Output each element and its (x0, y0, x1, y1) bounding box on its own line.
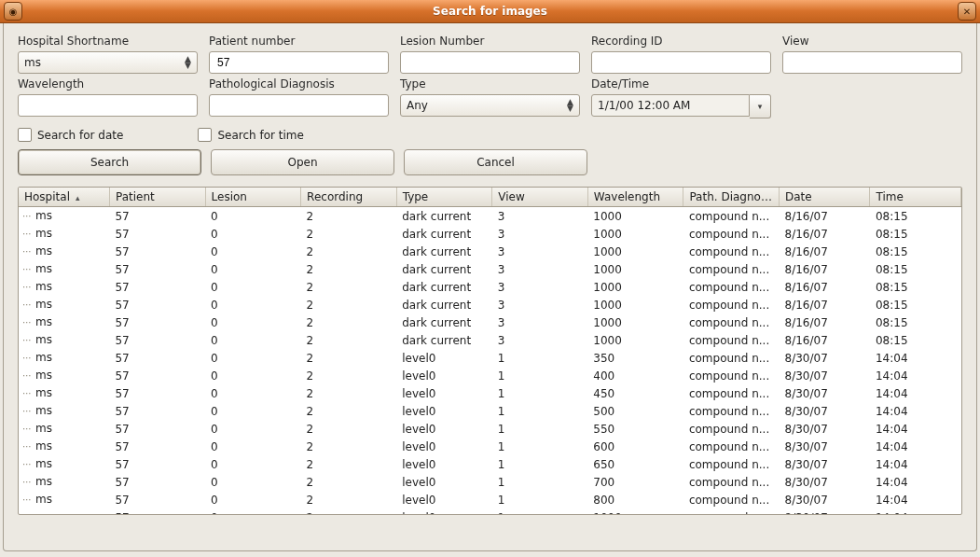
type-value: Any (407, 99, 428, 112)
cell-patient: 57 (109, 420, 205, 438)
search-button[interactable]: Search (18, 149, 201, 175)
results-header-row: Hospital▴PatientLesionRecordingTypeViewW… (19, 188, 961, 207)
cell-wavelength: 1000 (587, 243, 683, 260)
table-row[interactable]: ⋯ms5702dark current31000compound n...8/1… (19, 207, 961, 226)
cell-wavelength: 350 (587, 349, 683, 367)
column-header-lesion[interactable]: Lesion (205, 188, 301, 207)
results-scroll[interactable]: Hospital▴PatientLesionRecordingTypeViewW… (19, 188, 961, 514)
cancel-button[interactable]: Cancel (404, 149, 587, 175)
table-row[interactable]: ⋯ms5702level01700compound n...8/30/0714:… (19, 473, 961, 491)
label-pathological-diagnosis: Pathological Diagnosis (209, 77, 389, 91)
cell-view: 1 (492, 402, 588, 420)
datetime-input[interactable]: 1/1/00 12:00 AM (591, 94, 750, 117)
wavelength-input[interactable] (18, 94, 198, 117)
cell-time: 14:04 (870, 367, 961, 384)
cell-type: level0 (396, 402, 492, 420)
table-row[interactable]: ⋯ms5702level011000compound n...8/30/0714… (19, 508, 961, 514)
column-header-time[interactable]: Time (870, 188, 961, 207)
cell-date: 8/16/07 (780, 243, 870, 260)
label-wavelength: Wavelength (18, 77, 198, 91)
tree-node-icon: ⋯ (22, 388, 32, 398)
field-wavelength: Wavelength (18, 77, 198, 118)
table-row[interactable]: ⋯ms5702level01400compound n...8/30/0714:… (19, 367, 961, 384)
datetime-picker-button[interactable]: ▾ (750, 94, 771, 118)
cell-view: 1 (492, 384, 588, 402)
column-header-wavelength[interactable]: Wavelength (587, 188, 683, 207)
table-row[interactable]: ⋯ms5702level01500compound n...8/30/0714:… (19, 402, 961, 420)
table-row[interactable]: ⋯ms5702level01550compound n...8/30/0714:… (19, 420, 961, 438)
search-for-date-checkbox[interactable]: Search for date (18, 128, 123, 142)
open-button[interactable]: Open (211, 149, 394, 175)
hospital-shortname-combo[interactable]: ms ▲▼ (18, 51, 198, 74)
lesion-number-input[interactable] (400, 51, 580, 74)
cell-view: 1 (492, 438, 588, 455)
cell-wavelength: 700 (587, 473, 683, 491)
cell-recording: 2 (301, 278, 397, 296)
cell-time: 08:15 (870, 296, 961, 313)
table-row[interactable]: ⋯ms5702dark current31000compound n...8/1… (19, 225, 961, 243)
patient-number-input[interactable] (209, 51, 389, 74)
column-header-date[interactable]: Date (780, 188, 870, 207)
table-row[interactable]: ⋯ms5702dark current31000compound n...8/1… (19, 260, 961, 278)
wavelength-value[interactable] (24, 98, 191, 113)
table-row[interactable]: ⋯ms5702level01450compound n...8/30/0714:… (19, 384, 961, 402)
view-input[interactable] (782, 51, 962, 74)
cell-wavelength: 800 (587, 491, 683, 508)
cell-lesion: 0 (205, 296, 301, 313)
view-value[interactable] (789, 55, 956, 70)
cell-lesion: 0 (205, 455, 301, 473)
table-row[interactable]: ⋯ms5702dark current31000compound n...8/1… (19, 296, 961, 313)
cell-lesion: 0 (205, 313, 301, 331)
pathological-diagnosis-value[interactable] (215, 98, 382, 113)
table-row[interactable]: ⋯ms5702level01800compound n...8/30/0714:… (19, 491, 961, 508)
table-row[interactable]: ⋯ms5702dark current31000compound n...8/1… (19, 243, 961, 260)
cell-view: 3 (492, 225, 588, 243)
cell-wavelength: 1000 (587, 331, 683, 349)
cell-recording: 2 (301, 491, 397, 508)
table-row[interactable]: ⋯ms5702dark current31000compound n...8/1… (19, 313, 961, 331)
cell-time: 14:04 (870, 384, 961, 402)
recording-id-value[interactable] (598, 55, 765, 70)
column-header-pathdiag[interactable]: Path. Diagnosis (683, 188, 780, 207)
chevron-down-icon: ▾ (758, 102, 763, 111)
window-menu-button[interactable]: ◉ (4, 2, 22, 21)
table-row[interactable]: ⋯ms5702dark current31000compound n...8/1… (19, 278, 961, 296)
column-header-view[interactable]: View (492, 188, 588, 207)
column-header-recording[interactable]: Recording (301, 188, 397, 207)
cell-hospital: ⋯ms (19, 313, 109, 331)
lesion-number-value[interactable] (407, 55, 573, 70)
tree-node-icon: ⋯ (22, 317, 32, 327)
close-icon: ✕ (963, 7, 971, 17)
cell-recording: 2 (301, 508, 397, 514)
label-type: Type (400, 77, 580, 91)
cell-type: level0 (396, 455, 492, 473)
cell-date: 8/16/07 (780, 225, 870, 243)
cell-hospital: ⋯ms (19, 455, 109, 473)
table-row[interactable]: ⋯ms5702level01600compound n...8/30/0714:… (19, 438, 961, 455)
table-row[interactable]: ⋯ms5702level01350compound n...8/30/0714:… (19, 349, 961, 367)
cell-wavelength: 550 (587, 420, 683, 438)
table-row[interactable]: ⋯ms5702level01650compound n...8/30/0714:… (19, 455, 961, 473)
cell-wavelength: 600 (587, 438, 683, 455)
field-datetime: Date/Time 1/1/00 12:00 AM ▾ (591, 77, 771, 118)
cell-pathdiag: compound n... (683, 260, 780, 278)
search-for-time-checkbox[interactable]: Search for time (198, 128, 303, 142)
cell-recording: 2 (301, 296, 397, 313)
pathological-diagnosis-input[interactable] (209, 94, 389, 117)
cell-lesion: 0 (205, 367, 301, 384)
table-row[interactable]: ⋯ms5702dark current31000compound n...8/1… (19, 331, 961, 349)
label-view: View (782, 35, 962, 48)
column-header-hospital[interactable]: Hospital▴ (19, 188, 109, 207)
column-header-patient[interactable]: Patient (109, 188, 205, 207)
cell-lesion: 0 (205, 207, 301, 226)
column-header-type[interactable]: Type (396, 188, 492, 207)
cell-type: level0 (396, 349, 492, 367)
recording-id-input[interactable] (591, 51, 771, 74)
type-combo[interactable]: Any ▲▼ (400, 94, 580, 117)
cell-view: 3 (492, 260, 588, 278)
patient-number-value[interactable] (215, 55, 382, 70)
cell-patient: 57 (109, 225, 205, 243)
close-button[interactable]: ✕ (958, 2, 976, 21)
cell-time: 08:15 (870, 331, 961, 349)
cell-recording: 2 (301, 455, 397, 473)
